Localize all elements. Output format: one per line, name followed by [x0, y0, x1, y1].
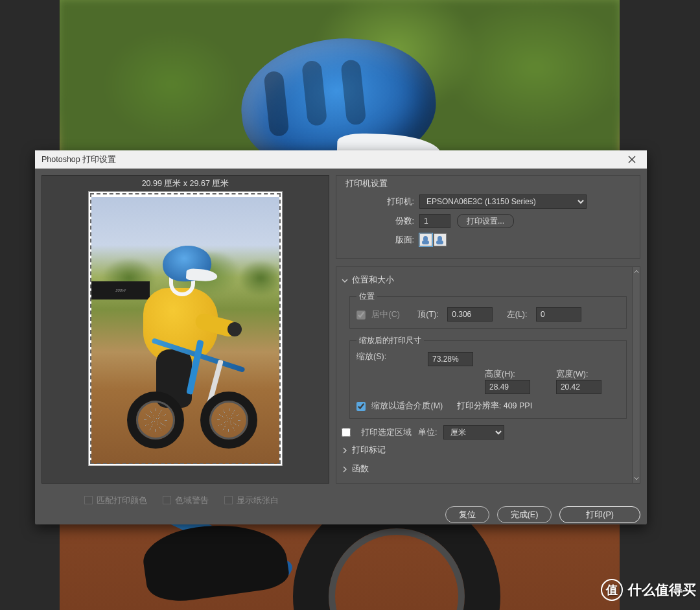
print-settings-button[interactable]: 打印设置... — [457, 214, 514, 228]
print-settings-dialog: Photoshop 打印设置 20.99 厘米 x 29.67 厘米 200W — [35, 150, 647, 524]
gamut-warning-check: 色域警告 — [163, 495, 209, 506]
unit-label: 单位: — [418, 427, 437, 438]
printer-settings-section: 打印机设置 打印机: EPSONA06E3C (L3150 Series) 份数… — [336, 175, 640, 259]
position-fieldset: 位置 居中(C) 顶(T): 左(L): — [349, 291, 627, 329]
titlebar: Photoshop 打印设置 — [35, 150, 647, 169]
position-size-header[interactable]: 位置和大小 — [342, 272, 627, 288]
unit-select[interactable]: 厘米 — [443, 425, 504, 440]
print-button[interactable]: 打印(P) — [559, 506, 640, 523]
preview-options: 匹配打印颜色 色域警告 显示纸张白 — [35, 490, 647, 506]
width-label: 宽度(W): — [556, 370, 589, 379]
watermark-text: 什么值得买 — [628, 581, 696, 599]
chevron-right-icon — [342, 447, 348, 454]
copies-label: 份数: — [342, 216, 419, 227]
preview-canvas[interactable]: 200W — [88, 191, 283, 466]
match-print-colors-check: 匹配打印颜色 — [84, 495, 147, 506]
printer-select[interactable]: EPSONA06E3C (L3150 Series) — [419, 194, 587, 209]
reset-button[interactable]: 复位 — [445, 506, 489, 523]
center-checkbox — [356, 311, 366, 320]
printer-section-title: 打印机设置 — [342, 178, 635, 189]
functions-header[interactable]: 函数 — [342, 461, 627, 477]
done-button[interactable]: 完成(E) — [497, 506, 552, 523]
preview-dimensions: 20.99 厘米 x 29.67 厘米 — [142, 176, 229, 191]
scroll-up-icon[interactable] — [633, 267, 640, 276]
dialog-title: Photoshop 打印设置 — [41, 154, 116, 165]
width-input — [556, 380, 601, 394]
left-label: 左(L): — [507, 310, 528, 319]
print-selected-checkbox[interactable] — [342, 428, 351, 437]
resolution-value: 409 PPI — [504, 401, 532, 410]
print-marks-header[interactable]: 打印标记 — [342, 442, 627, 458]
dialog-footer: 复位 完成(E) 打印(P) — [35, 506, 647, 531]
position-legend: 位置 — [356, 291, 377, 302]
print-preview-pane: 20.99 厘米 x 29.67 厘米 200W — [41, 175, 329, 484]
watermark-badge-icon: 值 — [601, 579, 623, 601]
scale-to-fit-label: 缩放以适合介质(M) — [371, 401, 443, 410]
scrollbar[interactable] — [632, 267, 640, 483]
printer-label: 打印机: — [342, 196, 419, 207]
layout-label: 版面: — [342, 235, 419, 246]
close-button[interactable] — [618, 150, 646, 169]
layout-portrait-icon[interactable] — [419, 233, 432, 246]
options-scroll-area: 位置和大小 位置 居中(C) 顶(T): 左(L): — [336, 266, 640, 484]
position-size-accordion: 位置和大小 位置 居中(C) 顶(T): 左(L): — [342, 272, 627, 440]
print-selected-label: 打印选定区域 — [361, 427, 412, 438]
height-input — [485, 380, 530, 394]
copies-input[interactable] — [419, 214, 450, 228]
scaled-size-fieldset: 缩放后的打印尺寸 缩放(S): 高度(H): — [349, 335, 627, 419]
resolution-label: 打印分辨率: — [457, 401, 501, 410]
scale-input — [428, 352, 473, 366]
height-label: 高度(H): — [485, 370, 515, 379]
paper-white-check: 显示纸张白 — [224, 495, 279, 506]
top-input — [447, 307, 493, 322]
layout-landscape-icon[interactable] — [434, 233, 447, 246]
scaled-legend: 缩放后的打印尺寸 — [356, 335, 424, 346]
watermark: 值 什么值得买 — [601, 579, 696, 601]
settings-pane: 打印机设置 打印机: EPSONA06E3C (L3150 Series) 份数… — [336, 175, 640, 484]
position-size-title: 位置和大小 — [352, 275, 394, 286]
chevron-down-icon — [342, 277, 348, 284]
left-input — [536, 307, 581, 322]
center-checkbox-label: 居中(C) — [356, 310, 402, 319]
scale-to-fit-checkbox[interactable] — [356, 402, 366, 411]
close-icon — [628, 156, 636, 163]
postscript-header[interactable]: PostScript 选项已停用 — [342, 480, 627, 483]
chevron-right-icon — [342, 466, 348, 473]
scroll-down-icon[interactable] — [633, 474, 640, 483]
top-label: 顶(T): — [417, 310, 438, 319]
